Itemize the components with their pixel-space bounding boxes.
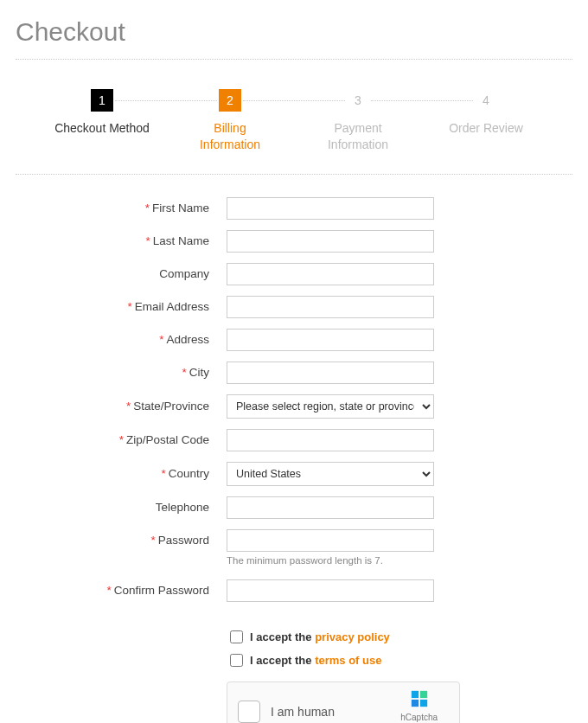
captcha-checkbox[interactable]	[238, 701, 260, 723]
password-hint: The minimum password length is 7.	[227, 555, 434, 566]
input-zip[interactable]	[227, 429, 434, 451]
link-privacy-policy[interactable]: privacy policy	[315, 630, 390, 643]
captcha-brand: hCaptcha Privacy - Terms	[389, 689, 449, 723]
input-password[interactable]	[227, 529, 434, 552]
field-first-name: *First Name	[16, 197, 572, 220]
label-last-name: Last Name	[153, 234, 209, 247]
label-email: Email Address	[135, 300, 209, 313]
label-country: Country	[169, 467, 209, 480]
label-zip: Zip/Postal Code	[126, 433, 209, 446]
field-email: *Email Address	[16, 296, 572, 318]
step-payment-information[interactable]: 3 Payment Information	[294, 89, 422, 153]
step-billing-information[interactable]: 2 Billing Information	[166, 89, 294, 153]
input-confirm-password[interactable]	[227, 579, 434, 602]
field-city: *City	[16, 362, 572, 384]
field-password: *Password The minimum password length is…	[16, 529, 572, 566]
step-num: 1	[91, 89, 113, 112]
billing-form: *First Name *Last Name Company *Email Ad…	[16, 197, 572, 723]
checkout-steps: 1 Checkout Method 2 Billing Information …	[16, 89, 572, 153]
consent-terms-label: I accept the terms of use	[250, 654, 381, 667]
input-company[interactable]	[227, 263, 434, 285]
label-first-name: First Name	[152, 202, 209, 214]
label-telephone: Telephone	[156, 501, 209, 514]
svg-rect-0	[411, 691, 418, 698]
label-state: State/Province	[133, 400, 209, 413]
step-num: 4	[475, 89, 497, 112]
field-telephone: Telephone	[16, 496, 572, 519]
step-label: Billing Information	[166, 120, 294, 153]
field-zip: *Zip/Postal Code	[16, 429, 572, 451]
hcaptcha-icon	[410, 689, 429, 708]
svg-rect-2	[411, 700, 418, 707]
checkbox-privacy[interactable]	[230, 630, 243, 643]
step-label: Order Review	[422, 120, 550, 137]
link-terms-of-use[interactable]: terms of use	[315, 654, 381, 667]
input-first-name[interactable]	[227, 197, 434, 220]
field-last-name: *Last Name	[16, 230, 572, 253]
input-city[interactable]	[227, 362, 434, 384]
input-telephone[interactable]	[227, 496, 434, 519]
label-password: Password	[158, 534, 209, 547]
captcha-box: I am human hCaptcha Privacy - Terms	[227, 681, 460, 723]
field-country: *Country United States	[16, 462, 572, 486]
label-address: Address	[166, 333, 209, 346]
label-confirm-password: Confirm Password	[114, 584, 209, 597]
select-state[interactable]: Please select region, state or province	[227, 394, 434, 419]
select-country[interactable]: United States	[227, 462, 434, 486]
step-order-review[interactable]: 4 Order Review	[422, 89, 550, 153]
svg-rect-3	[420, 700, 427, 707]
captcha-text: I am human	[271, 705, 379, 719]
svg-rect-1	[420, 691, 427, 698]
consent-privacy-row: I accept the privacy policy	[227, 628, 572, 646]
divider-top	[16, 59, 572, 60]
field-confirm-password: *Confirm Password	[16, 579, 572, 602]
label-city: City	[189, 366, 209, 379]
input-address[interactable]	[227, 329, 434, 351]
field-address: *Address	[16, 329, 572, 351]
label-company: Company	[159, 267, 209, 280]
checkbox-terms[interactable]	[230, 654, 243, 667]
step-checkout-method[interactable]: 1 Checkout Method	[38, 89, 166, 153]
divider-steps	[16, 174, 572, 175]
field-state: *State/Province Please select region, st…	[16, 394, 572, 419]
step-label: Checkout Method	[38, 120, 166, 137]
consent-privacy-label: I accept the privacy policy	[250, 630, 390, 643]
field-company: Company	[16, 263, 572, 285]
input-last-name[interactable]	[227, 230, 434, 253]
step-label: Payment Information	[294, 120, 422, 153]
step-num: 3	[347, 89, 369, 112]
input-email[interactable]	[227, 296, 434, 318]
page-title: Checkout	[16, 17, 572, 47]
step-num: 2	[219, 89, 241, 112]
consent-terms-row: I accept the terms of use	[227, 651, 572, 669]
